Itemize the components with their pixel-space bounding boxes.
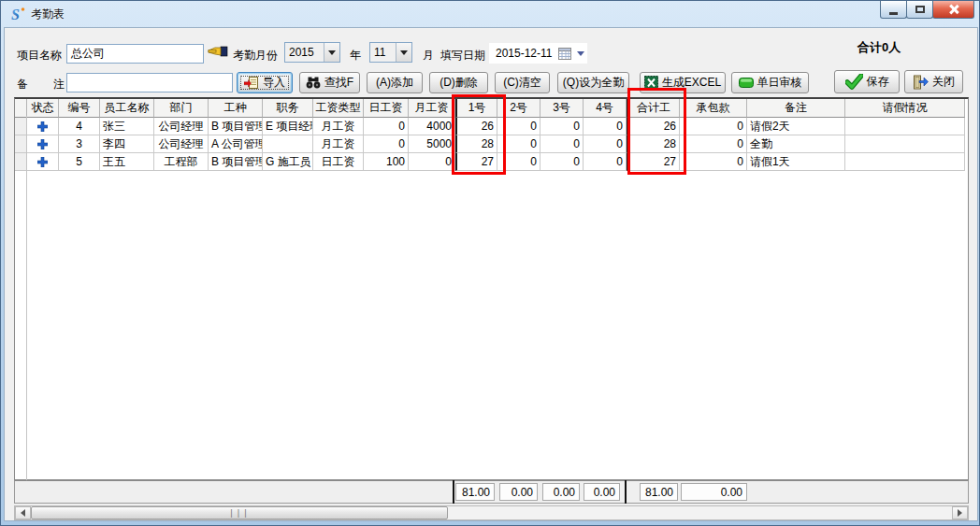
title-bar[interactable]: S 考勤表 <box>1 1 980 27</box>
table-cell[interactable] <box>845 153 965 171</box>
table-cell[interactable]: 0 <box>540 153 584 171</box>
table-cell[interactable]: 0 <box>364 118 409 135</box>
clear-button[interactable]: (C)清空 <box>495 72 550 93</box>
table-cell[interactable]: 0 <box>680 153 747 171</box>
table-cell[interactable] <box>845 135 965 153</box>
table-cell[interactable]: 张三 <box>100 118 154 135</box>
table-cell[interactable]: 0 <box>584 118 627 135</box>
calendar-icon[interactable] <box>558 47 572 60</box>
table-cell[interactable]: 请假2天 <box>747 118 845 135</box>
scroll-right-button[interactable] <box>952 506 968 519</box>
year-select-arrow[interactable] <box>324 43 339 62</box>
add-button[interactable]: (A)添加 <box>367 72 423 93</box>
maximize-button[interactable] <box>906 1 933 19</box>
table-cell[interactable]: 请假1天 <box>747 153 845 171</box>
table-cell[interactable]: 日工资 <box>313 153 364 171</box>
column-header[interactable]: 3号 <box>540 99 584 118</box>
table-row[interactable]: 5王五工程部B 项目管理G 施工员日工资100027000270请假1天 <box>15 153 968 171</box>
column-header[interactable]: 编号 <box>59 99 100 118</box>
column-header[interactable]: 员工名称 <box>100 99 154 118</box>
month-select-arrow[interactable] <box>396 43 411 62</box>
table-cell[interactable]: 5 <box>59 153 100 171</box>
column-header[interactable]: 4号 <box>584 99 627 118</box>
table-cell[interactable]: 100 <box>364 153 409 171</box>
table-row[interactable]: 3李四公司经理A 公司管理月工资0500028000280全勤 <box>15 135 968 153</box>
status-plus-icon[interactable] <box>28 135 57 152</box>
table-cell[interactable]: A 公司管理 <box>209 135 263 153</box>
fill-date-picker[interactable]: 2015-12-11 <box>489 43 587 64</box>
table-cell[interactable]: 5000 <box>409 135 455 153</box>
column-header[interactable]: 承包款 <box>680 99 747 118</box>
table-cell[interactable]: B 项目管理 <box>209 118 263 135</box>
table-cell[interactable]: 3 <box>59 135 100 153</box>
table-cell[interactable]: 28 <box>627 135 680 153</box>
set-full-attendance-button[interactable]: (Q)设为全勤 <box>557 72 629 93</box>
table-cell[interactable]: 26 <box>455 118 497 135</box>
scroll-left-button[interactable] <box>15 506 31 519</box>
table-cell[interactable]: 4 <box>59 118 100 135</box>
import-button[interactable]: 导入 <box>237 72 293 93</box>
column-header[interactable]: 工种 <box>209 99 263 118</box>
find-button[interactable]: 查找F <box>299 72 360 93</box>
column-header[interactable]: 部门 <box>154 99 209 118</box>
column-header[interactable]: 合计工 <box>627 99 680 118</box>
table-cell[interactable]: 0 <box>497 153 540 171</box>
status-cell[interactable] <box>27 118 59 135</box>
table-cell[interactable] <box>845 118 965 135</box>
column-header[interactable]: 2号 <box>497 99 540 118</box>
column-header[interactable]: 月工资 <box>409 99 455 118</box>
column-header[interactable]: 职务 <box>263 99 313 118</box>
column-header[interactable]: 日工资 <box>364 99 409 118</box>
status-plus-icon[interactable] <box>28 118 57 135</box>
table-cell[interactable]: G 施工员 <box>263 153 313 171</box>
column-header[interactable]: 状态 <box>27 99 59 118</box>
horizontal-scrollbar[interactable]: ||| <box>14 505 969 520</box>
table-cell[interactable]: 王五 <box>100 153 154 171</box>
table-cell[interactable]: 26 <box>627 118 680 135</box>
column-header[interactable]: 备注 <box>747 99 845 118</box>
table-cell[interactable]: 月工资 <box>313 135 364 153</box>
remark-input[interactable] <box>66 73 233 92</box>
table-cell[interactable]: B 项目管理 <box>209 153 263 171</box>
table-row[interactable]: 4张三公司经理B 项目管理E 项目经理月工资0400026000260请假2天 <box>15 118 968 135</box>
table-cell[interactable]: 0 <box>540 118 584 135</box>
table-cell[interactable]: 0 <box>584 135 627 153</box>
generate-excel-button[interactable]: 生成EXCEL <box>640 72 726 93</box>
table-cell[interactable]: 27 <box>627 153 680 171</box>
table-cell[interactable]: 27 <box>455 153 497 171</box>
table-cell[interactable]: 0 <box>584 153 627 171</box>
minimize-button[interactable] <box>880 1 907 19</box>
column-header[interactable]: 请假情况 <box>845 99 965 118</box>
table-cell[interactable]: 工程部 <box>154 153 209 171</box>
table-cell[interactable]: 李四 <box>100 135 154 153</box>
table-cell[interactable]: 0 <box>409 153 455 171</box>
table-cell[interactable]: 月工资 <box>313 118 364 135</box>
table-cell[interactable]: E 项目经理 <box>263 118 313 135</box>
date-dropdown-icon[interactable] <box>577 51 584 56</box>
month-select[interactable]: 11 <box>369 42 412 63</box>
scrollbar-thumb[interactable]: ||| <box>31 506 448 519</box>
status-cell[interactable] <box>27 153 59 171</box>
delete-button[interactable]: (D)删除 <box>429 72 488 93</box>
status-cell[interactable] <box>27 135 59 153</box>
table-cell[interactable]: 0 <box>497 118 540 135</box>
status-plus-icon[interactable] <box>28 153 57 170</box>
table-cell[interactable]: 0 <box>540 135 584 153</box>
project-name-input[interactable]: 总公司 <box>66 44 204 64</box>
table-cell[interactable]: 0 <box>364 135 409 153</box>
table-cell[interactable]: 0 <box>497 135 540 153</box>
table-cell[interactable]: 0 <box>680 135 747 153</box>
table-cell[interactable]: 公司经理 <box>154 135 209 153</box>
close-window-button[interactable] <box>932 1 974 19</box>
table-cell[interactable]: 公司经理 <box>154 118 209 135</box>
year-select[interactable]: 2015 <box>284 42 340 63</box>
save-button[interactable]: 保存 <box>834 70 900 93</box>
table-cell[interactable]: 28 <box>455 135 497 153</box>
table-cell[interactable]: 0 <box>680 118 747 135</box>
table-cell[interactable]: 全勤 <box>747 135 845 153</box>
column-header[interactable]: 工资类型 <box>313 99 364 118</box>
column-header[interactable]: 1号 <box>455 99 497 118</box>
table-cell[interactable] <box>263 135 313 153</box>
table-cell[interactable]: 4000 <box>409 118 455 135</box>
daily-audit-button[interactable]: 单日审核 <box>731 72 809 93</box>
